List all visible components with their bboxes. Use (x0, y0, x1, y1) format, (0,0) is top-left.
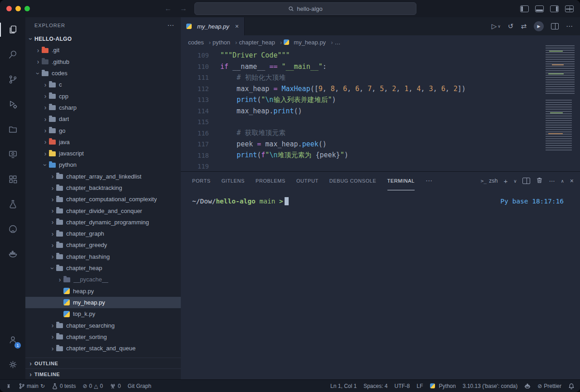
tree-item-heap-py[interactable]: heap.py (25, 286, 181, 297)
code-line[interactable]: 116 # 获取堆顶元素 (181, 128, 580, 139)
code-line[interactable]: 113 print("\n输入列表并建堆后") (181, 94, 580, 106)
kill-terminal-icon[interactable] (536, 177, 543, 185)
tree-item-chapter-stack-and-queue[interactable]: chapter_stack_and_queue (25, 343, 181, 354)
sync-icon[interactable]: ↻ (40, 383, 45, 389)
tree-item-git[interactable]: .git (25, 44, 181, 56)
git-branch-status[interactable]: main↻ (19, 383, 45, 389)
python-interpreter[interactable]: 3.10.13 ('base': conda) (463, 383, 517, 389)
code-line[interactable]: 117 peek = max_heap.peek() (181, 139, 580, 150)
navigate-forward-icon[interactable]: → (179, 5, 188, 13)
eol-status[interactable]: LF (417, 383, 423, 389)
code-line[interactable]: 114 max_heap.print() (181, 106, 580, 117)
tree-item-chapter-dynamic-programming[interactable]: chapter_dynamic_programming (25, 217, 181, 228)
run-and-debug-icon[interactable] (0, 92, 25, 117)
new-terminal-icon[interactable]: + (503, 177, 508, 185)
tree-item-chapter-backtracking[interactable]: chapter_backtracking (25, 182, 181, 194)
tree-item-chapter-hashing[interactable]: chapter_hashing (25, 251, 181, 262)
tree-item-chapter-array-and-linkedlist[interactable]: chapter_array_and_linkedlist (25, 171, 181, 182)
open-changes-icon[interactable]: ⇄ (521, 22, 527, 30)
code-line[interactable]: 111 # 初始化大顶堆 (181, 72, 580, 83)
cursor-position[interactable]: Ln 1, Col 1 (330, 383, 357, 389)
tab-output[interactable]: OUTPUT (296, 172, 319, 190)
code-line[interactable]: 112 max_heap = MaxHeap([9, 8, 6, 6, 7, 5… (181, 83, 580, 95)
tree-item-java[interactable]: java (25, 136, 181, 148)
tree-item-chapter-computational-complexity[interactable]: chapter_computational_complexity (25, 194, 181, 205)
command-center[interactable]: hello-algo (194, 2, 416, 15)
code-line[interactable]: 119 (181, 161, 580, 171)
toggle-secondary-sidebar-icon[interactable] (550, 5, 559, 12)
tab-debug-console[interactable]: DEBUG CONSOLE (329, 172, 377, 190)
code-line[interactable]: 115 (181, 116, 580, 128)
breadcrumb-chapter-heap[interactable]: chapter_heap (239, 39, 282, 46)
git-graph-button[interactable]: Git Graph (128, 383, 151, 389)
code-area[interactable]: 109"""Driver Code"""110if __name__ == "_… (181, 49, 580, 171)
tree-item-my-heap-py[interactable]: my_heap.py (25, 297, 181, 308)
github-icon[interactable] (0, 217, 25, 242)
tree-item-chapter-sorting[interactable]: chapter_sorting (25, 331, 181, 343)
code-line[interactable]: 110if __name__ == "__main__": (181, 61, 580, 73)
toggle-primary-sidebar-icon[interactable] (520, 5, 529, 12)
explorer-more-actions-icon[interactable]: ⋯ (167, 21, 174, 29)
folders-view-icon[interactable] (0, 117, 25, 142)
tree-item-javascript[interactable]: javascript (25, 148, 181, 159)
run-python-file-button[interactable]: ▷∨ (492, 22, 501, 30)
accounts-icon[interactable]: 1 (0, 327, 25, 352)
indentation-status[interactable]: Spaces: 4 (363, 383, 387, 389)
tree-item-cpp[interactable]: cpp (25, 90, 181, 102)
split-editor-icon[interactable] (551, 23, 559, 29)
close-tab-icon[interactable]: × (235, 23, 239, 30)
tree-item-codes[interactable]: codes (25, 68, 181, 79)
source-control-icon[interactable] (0, 67, 25, 92)
ports-status[interactable]: 0 (110, 383, 121, 389)
breadcrumb-python[interactable]: python (213, 39, 237, 46)
tree-item-python[interactable]: python (25, 159, 181, 170)
docker-icon[interactable] (0, 242, 25, 266)
tab-problems[interactable]: PROBLEMS (256, 172, 285, 190)
tree-item-chapter-searching[interactable]: chapter_searching (25, 319, 181, 331)
code-line[interactable]: 118 print(f"\n堆顶元素为 {peek}") (181, 150, 580, 161)
tree-item-dart[interactable]: dart (25, 113, 181, 125)
settings-gear-icon[interactable] (0, 352, 25, 377)
navigate-back-icon[interactable]: ← (164, 5, 173, 13)
testing-icon[interactable] (0, 192, 25, 217)
language-mode[interactable]: Python (430, 383, 456, 389)
tree-item-csharp[interactable]: csharp (25, 102, 181, 113)
view-history-icon[interactable]: ↺ (508, 22, 514, 30)
split-terminal-icon[interactable] (522, 178, 530, 184)
tree-item-top-k-py[interactable]: top_k.py (25, 308, 181, 319)
prettier-status[interactable]: ⊘Prettier (537, 383, 561, 389)
breadcrumb-file[interactable]: my_heap.py (284, 39, 333, 46)
editor-layout-icon[interactable] (565, 5, 574, 12)
tree-item-c[interactable]: c (25, 79, 181, 90)
tab-terminal[interactable]: TERMINAL (387, 172, 415, 190)
minimize-window-button[interactable] (15, 6, 21, 11)
breadcrumb-symbol-ellipsis[interactable]: … (334, 39, 340, 46)
editor-more-actions-icon[interactable]: ⋯ (566, 22, 573, 30)
tree-item-pycache[interactable]: __pycache__ (25, 274, 181, 285)
tree-item-chapter-greedy[interactable]: chapter_greedy (25, 239, 181, 251)
terminal-shell-selector[interactable]: >_zsh (481, 178, 498, 184)
remote-explorer-icon[interactable] (0, 142, 25, 167)
docker-status-icon[interactable] (524, 383, 531, 389)
toggle-panel-icon[interactable] (535, 5, 544, 12)
tree-item-github[interactable]: .github (25, 56, 181, 68)
encoding-status[interactable]: UTF-8 (395, 383, 410, 389)
tests-status[interactable]: 0 tests (52, 383, 76, 389)
tree-item-go[interactable]: go (25, 125, 181, 136)
remote-indicator[interactable] (5, 383, 12, 389)
explorer-icon[interactable] (0, 17, 25, 42)
timeline-section[interactable]: TIMELINE (25, 368, 181, 380)
tree-item-chapter-heap[interactable]: chapter_heap (25, 262, 181, 274)
tree-item-chapter-divide-and-conquer[interactable]: chapter_divide_and_conquer (25, 205, 181, 216)
close-window-button[interactable] (6, 6, 12, 11)
minimap[interactable] (543, 44, 578, 153)
tab-gitlens[interactable]: GITLENS (222, 172, 245, 190)
close-panel-icon[interactable]: × (570, 177, 574, 184)
breadcrumb-codes[interactable]: codes (188, 39, 211, 46)
extensions-icon[interactable] (0, 167, 25, 192)
tree-root-hello-algo[interactable]: HELLO-ALGO (25, 33, 181, 44)
search-view-icon[interactable] (0, 42, 25, 67)
tab-my-heap-py[interactable]: my_heap.py × (181, 17, 245, 35)
maximize-panel-icon[interactable]: ∧ (561, 179, 564, 184)
code-line[interactable]: 109"""Driver Code""" (181, 50, 580, 61)
